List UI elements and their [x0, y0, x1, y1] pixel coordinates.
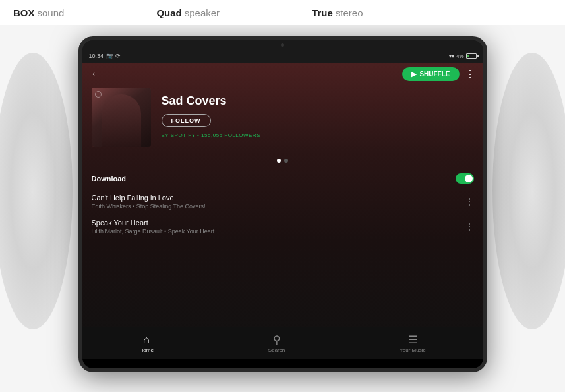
- back-button[interactable]: ←: [90, 67, 102, 81]
- tablet-top-bar: [82, 40, 483, 49]
- nav-search[interactable]: ⚲ Search: [268, 333, 285, 353]
- track-info-2: Speak Your Heart Lilith Marlot, Sarge Du…: [92, 219, 465, 235]
- spotify-screen: ← ▶ SHUFFLE ⋮ Sad Covers FOLLOW: [82, 63, 483, 359]
- download-label: Download: [92, 175, 127, 182]
- cover-label: [95, 91, 102, 98]
- track-item-2[interactable]: Speak Your Heart Lilith Marlot, Sarge Du…: [82, 214, 483, 239]
- track-title-1: Can't Help Falling in Love: [92, 194, 465, 202]
- track-meta-2: Lilith Marlot, Sarge Dusault • Speak You…: [92, 228, 465, 235]
- search-label: Search: [268, 347, 285, 353]
- download-row: Download: [82, 168, 483, 189]
- status-left: 10:34 📷 ⟳: [89, 53, 121, 59]
- android-accessibility[interactable]: ♠: [431, 365, 435, 372]
- speaker-right-decoration: [492, 53, 565, 329]
- camera-dot: [281, 43, 284, 47]
- quad-bold: Quad: [156, 7, 181, 18]
- battery-percent: 4%: [456, 53, 464, 59]
- shuffle-label: SHUFFLE: [419, 70, 450, 78]
- dot-indicators: [82, 154, 483, 168]
- dot-1: [277, 159, 281, 163]
- follow-button[interactable]: FOLLOW: [162, 114, 211, 127]
- search-icon: ⚲: [273, 333, 281, 346]
- top-bar: BOX sound Quad speaker True stereo: [0, 0, 565, 25]
- library-icon: ☰: [408, 333, 417, 346]
- speaker-left-decoration: [0, 53, 73, 329]
- playlist-meta: BY SPOTIFY • 155,055 FOLLOWERS: [162, 132, 474, 138]
- cover-image: [92, 88, 151, 147]
- true-bold: True: [312, 7, 333, 18]
- more-button[interactable]: ⋮: [465, 68, 475, 80]
- battery-icon: [466, 53, 477, 59]
- status-right: ▾▾ 4%: [449, 53, 477, 59]
- library-label: Your Music: [400, 347, 425, 353]
- battery-fill: [467, 55, 470, 57]
- nav-library[interactable]: ☰ Your Music: [400, 333, 425, 353]
- track-item[interactable]: Can't Help Falling in Love Edith Whisker…: [82, 189, 483, 214]
- home-label: Home: [140, 347, 154, 353]
- notification-icons: 📷 ⟳: [106, 53, 121, 59]
- track-more-2[interactable]: ⋮: [465, 221, 474, 232]
- track-title-2: Speak Your Heart: [92, 219, 465, 227]
- android-home[interactable]: ○: [228, 365, 233, 372]
- followers-count: 155,055 FOLLOWERS: [201, 132, 260, 138]
- track-info-1: Can't Help Falling in Love Edith Whisker…: [92, 194, 465, 210]
- download-toggle[interactable]: [456, 173, 474, 184]
- feature-box-sound: BOX sound: [13, 7, 64, 18]
- android-recents[interactable]: □: [329, 365, 334, 372]
- meta-by: BY SPOTIFY: [162, 132, 196, 138]
- playlist-title: Sad Covers: [162, 94, 474, 108]
- nav-home[interactable]: ⌂ Home: [140, 334, 154, 353]
- dot-2: [284, 159, 288, 163]
- android-nav: ‹ ○ □ ♠: [82, 359, 483, 372]
- spotify-nav: ← ▶ SHUFFLE ⋮: [82, 63, 483, 85]
- home-icon: ⌂: [143, 334, 150, 346]
- toggle-knob: [465, 175, 473, 182]
- android-back[interactable]: ‹: [130, 365, 133, 372]
- cover-figure: [102, 94, 141, 147]
- track-more-1[interactable]: ⋮: [465, 196, 474, 207]
- stereo-light: stereo: [336, 7, 363, 18]
- box-bold: BOX: [13, 7, 35, 18]
- status-bar: 10:34 📷 ⟳ ▾▾ 4%: [82, 49, 483, 63]
- feature-quad-speaker: Quad speaker: [156, 7, 220, 18]
- feature-true-stereo: True stereo: [312, 7, 363, 18]
- playlist-cover: [92, 88, 151, 147]
- speaker-light: speaker: [185, 7, 220, 18]
- bottom-nav: ⌂ Home ⚲ Search ☰ Your Music: [82, 327, 483, 359]
- time-display: 10:34: [89, 53, 104, 59]
- shuffle-icon: ▶: [411, 70, 417, 78]
- playlist-info: Sad Covers FOLLOW BY SPOTIFY • 155,055 F…: [162, 88, 474, 138]
- wifi-icon: ▾▾: [449, 53, 454, 59]
- track-meta-1: Edith Whiskers • Stop Stealing The Cover…: [92, 203, 465, 210]
- sound-light: sound: [38, 7, 65, 18]
- tablet-device: 10:34 📷 ⟳ ▾▾ 4% ← ▶ SHUFFLE ⋮: [78, 36, 487, 372]
- shuffle-button[interactable]: ▶ SHUFFLE: [402, 67, 459, 81]
